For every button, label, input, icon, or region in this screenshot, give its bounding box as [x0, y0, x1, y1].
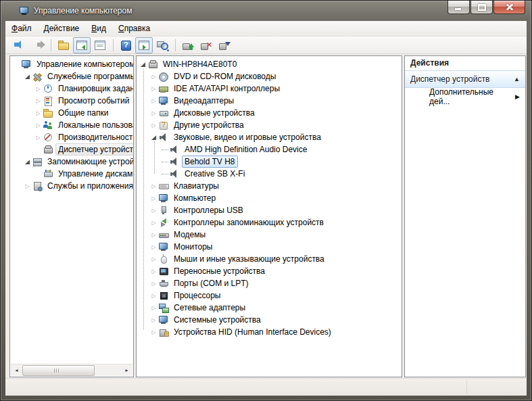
scrollbar-track[interactable]	[22, 364, 121, 376]
device-group-video-adapters[interactable]: Видеоадаптеры	[137, 95, 402, 107]
menu-file[interactable]: Файл	[5, 21, 38, 36]
tree-item-system-tools[interactable]: Служебные программы	[10, 70, 133, 82]
expander-icon[interactable]	[149, 314, 158, 326]
expander-icon[interactable]	[149, 216, 158, 229]
expander-icon[interactable]	[23, 70, 32, 82]
device-group-sound-video-game[interactable]: Звуковые, видео и игровые устройства	[137, 131, 402, 143]
tree-item-disk-management[interactable]: Управление дисками	[10, 168, 133, 180]
scroll-right-icon[interactable]: ▸	[121, 364, 132, 376]
scrollbar-thumb[interactable]	[22, 365, 95, 376]
device-group-disk-drives[interactable]: Дисковые устройства	[137, 107, 402, 119]
expander-icon[interactable]	[149, 302, 158, 314]
tree-item-performance[interactable]: Производительность	[10, 131, 133, 143]
device-group-hid-devices[interactable]: Устройства HID (Human Interface Devices)	[137, 326, 402, 338]
uninstall-device-button[interactable]	[197, 37, 215, 53]
tree-item-computer-management[interactable]: Управление компьютером (л	[10, 58, 133, 70]
expander-icon[interactable]	[149, 253, 158, 265]
device-group-modems[interactable]: Модемы	[137, 229, 402, 241]
expander-icon[interactable]	[34, 119, 43, 131]
tree-item-local-users[interactable]: Локальные пользовате	[10, 119, 133, 131]
menu-view[interactable]: Вид	[85, 21, 112, 36]
tree-connector-icon	[160, 156, 169, 168]
expander-icon[interactable]	[149, 265, 158, 277]
device-group-monitors[interactable]: Мониторы	[137, 241, 402, 253]
collapse-icon[interactable]: ▲	[514, 76, 520, 82]
minimize-button[interactable]	[448, 1, 470, 14]
expander-icon[interactable]	[139, 58, 147, 70]
tree-item-device-manager[interactable]: Диспетчер устройств	[10, 143, 133, 156]
device-root-computer[interactable]: WIN-HP8H4AE80T0	[137, 58, 402, 70]
tree-item-event-viewer[interactable]: Просмотр событий	[10, 95, 133, 107]
show-console-tree-button[interactable]	[73, 37, 91, 53]
device-item-behold-tv-h8[interactable]: Behold TV H8	[137, 156, 402, 168]
close-button[interactable]	[493, 1, 525, 14]
device-group-portable-devices[interactable]: Переносные устройства	[137, 265, 402, 277]
scan-hardware-changes-button[interactable]	[216, 37, 233, 53]
device-group-mice[interactable]: Мыши и иные указывающие устройства	[137, 253, 402, 265]
back-button[interactable]	[11, 37, 28, 53]
actions-section-device-manager[interactable]: Диспетчер устройств ▲	[405, 70, 525, 88]
device-group-computer[interactable]: Компьютер	[137, 192, 402, 204]
scan-config-button[interactable]	[153, 37, 171, 53]
services-icon	[32, 181, 43, 191]
maximize-button[interactable]	[470, 1, 493, 14]
expander-icon[interactable]	[149, 180, 158, 192]
device-group-ide-controllers[interactable]: IDE ATA/ATAPI контроллеры	[137, 82, 402, 95]
horizontal-scrollbar[interactable]: ◂ ▸	[11, 364, 132, 376]
expander-icon[interactable]	[34, 107, 43, 119]
scroll-left-icon[interactable]: ◂	[11, 364, 22, 376]
tree-connector-icon	[160, 168, 169, 180]
menu-action[interactable]: Действие	[38, 21, 86, 36]
device-item-creative-sb-xfi[interactable]: Creative SB X-Fi	[137, 168, 402, 180]
expander-icon[interactable]	[23, 180, 32, 192]
toolbar-separator	[175, 39, 176, 51]
forward-button[interactable]	[29, 37, 47, 53]
expander-icon[interactable]	[149, 241, 158, 253]
title-bar[interactable]: Управление компьютером	[1, 1, 531, 21]
expander-icon[interactable]	[149, 326, 158, 338]
tree-item-storage[interactable]: Запоминающие устройст	[10, 156, 133, 168]
properties-button[interactable]	[91, 37, 109, 53]
system-devices-icon	[158, 314, 169, 325]
tree-item-task-scheduler[interactable]: Планировщик заданий	[10, 82, 133, 95]
computer-management-window: Управление компьютером Файл Действие Вид…	[0, 0, 532, 401]
expander-icon[interactable]	[149, 229, 158, 241]
device-group-network-adapters[interactable]: Сетевые адаптеры	[137, 302, 402, 314]
show-action-pane-button[interactable]	[135, 37, 153, 53]
help-button[interactable]	[117, 37, 135, 53]
device-group-other-devices[interactable]: Другие устройства	[137, 119, 402, 131]
expander-icon	[34, 168, 43, 180]
expander-icon[interactable]	[149, 95, 158, 107]
computer-icon	[158, 193, 169, 204]
expander-icon[interactable]	[34, 95, 43, 107]
device-group-processors[interactable]: Процессоры	[137, 289, 402, 302]
tree-item-shared-folders[interactable]: Общие папки	[10, 107, 133, 119]
tree-item-services[interactable]: Службы и приложения	[10, 180, 133, 192]
usb-icon	[158, 205, 169, 216]
update-driver-button[interactable]	[179, 37, 197, 53]
device-group-dvd-cdrom[interactable]: DVD и CD-ROM дисководы	[137, 70, 402, 82]
expander-icon[interactable]	[34, 82, 43, 95]
expander-icon[interactable]	[149, 289, 158, 302]
expander-icon[interactable]	[149, 192, 158, 204]
device-group-ports[interactable]: Порты (COM и LPT)	[137, 277, 402, 289]
device-group-keyboards[interactable]: Клавиатуры	[137, 180, 402, 192]
ports-icon	[158, 278, 169, 289]
device-group-usb-controllers[interactable]: Контроллеры USB	[137, 204, 402, 216]
expander-icon[interactable]	[149, 204, 158, 216]
menu-help[interactable]: Справка	[112, 21, 156, 36]
expander-icon[interactable]	[23, 156, 32, 168]
device-item-amd-audio[interactable]: AMD High Definition Audio Device	[137, 143, 402, 156]
expander-icon[interactable]	[149, 82, 158, 95]
expander-icon[interactable]	[34, 131, 43, 143]
up-folder-button[interactable]	[55, 37, 72, 53]
expander-icon[interactable]	[149, 119, 158, 131]
processor-icon	[158, 290, 169, 301]
expander-icon[interactable]	[149, 107, 158, 119]
window-controls	[448, 1, 525, 14]
device-group-system-devices[interactable]: Системные устройства	[137, 314, 402, 326]
expander-icon[interactable]	[149, 70, 158, 82]
device-group-storage-controllers[interactable]: Контроллеры запоминающих устройств	[137, 216, 402, 229]
actions-item-more-actions[interactable]: Дополнительные дей... ▶	[405, 88, 525, 105]
expander-icon[interactable]	[149, 277, 158, 289]
